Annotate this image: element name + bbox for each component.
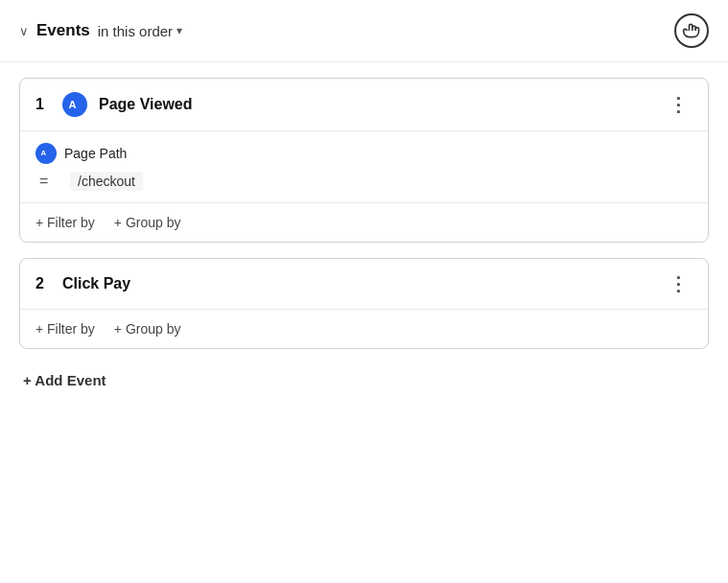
equals-sign: = <box>39 173 59 190</box>
filter-by-button-1[interactable]: + Filter by <box>35 215 95 230</box>
property-icon-1: A <box>35 143 57 164</box>
event-card-2: 2 Click Pay ⋮ + Filter by + Group by <box>19 258 709 349</box>
event-name-2: Click Pay <box>62 275 653 292</box>
more-button-1[interactable]: ⋮ <box>665 93 693 116</box>
filter-group-row-1: + Filter by + Group by <box>20 203 708 242</box>
group-by-button-2[interactable]: + Group by <box>114 321 181 337</box>
property-name-text: Page Path <box>64 146 127 161</box>
event-name-1: Page Viewed <box>99 96 653 113</box>
touch-icon[interactable] <box>674 13 709 48</box>
events-label: Events <box>36 21 90 40</box>
filter-group-row-2: + Filter by + Group by <box>20 310 708 348</box>
event-number-1: 1 <box>35 96 51 113</box>
property-value-text: /checkout <box>70 172 143 191</box>
event-number-2: 2 <box>35 275 51 292</box>
event-header-2: 2 Click Pay ⋮ <box>20 259 708 310</box>
event-property-1: A Page Path = /checkout <box>20 131 708 203</box>
event-card-1: 1 A Page Viewed ⋮ A Page Path = /check <box>19 78 709 243</box>
top-bar: ∨ Events in this order ▾ <box>0 0 728 62</box>
main-content: 1 A Page Viewed ⋮ A Page Path = /check <box>0 62 728 412</box>
group-by-button-1[interactable]: + Group by <box>114 215 181 230</box>
event-header-1: 1 A Page Viewed ⋮ <box>20 79 708 131</box>
property-name-row: A Page Path <box>35 143 693 164</box>
filter-by-button-2[interactable]: + Filter by <box>35 321 95 337</box>
svg-text:A: A <box>41 149 47 157</box>
add-event-button[interactable]: + Add Event <box>23 372 106 388</box>
order-caret-icon: ▾ <box>176 24 182 37</box>
order-dropdown[interactable]: in this order ▾ <box>98 23 182 39</box>
more-button-2[interactable]: ⋮ <box>665 272 693 295</box>
order-label-text: in this order <box>98 23 173 39</box>
add-event-row: + Add Event <box>19 364 709 397</box>
event-icon-1: A <box>62 92 87 117</box>
property-value-row: = /checkout <box>35 172 693 191</box>
collapse-icon[interactable]: ∨ <box>19 24 29 38</box>
svg-text:A: A <box>69 99 77 110</box>
